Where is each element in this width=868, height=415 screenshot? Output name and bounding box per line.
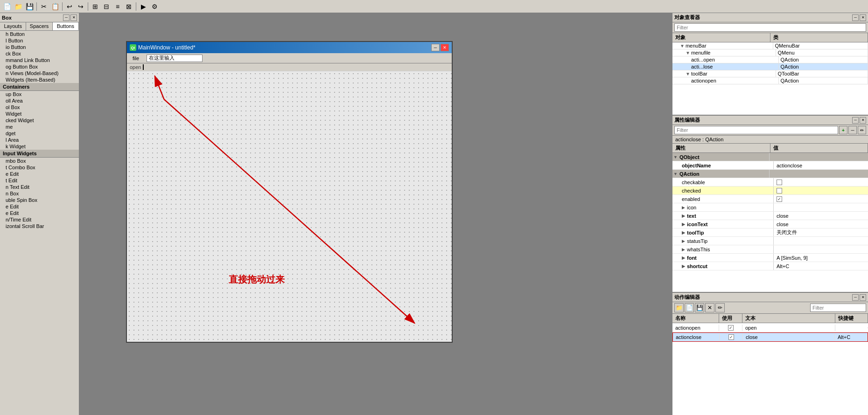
pe-close-btn[interactable]: ✕ [860,117,866,124]
prop-filter-bar: + ─ ✏ [672,125,868,136]
list-item[interactable]: cked Widget [0,117,79,124]
toolbar-settings[interactable]: ⚙ [149,1,160,12]
list-item[interactable]: me [0,124,79,130]
list-item[interactable]: izontal Scroll Bar [0,223,79,229]
ae-close-btn[interactable]: ✕ [860,294,866,301]
list-item[interactable]: n Text Edit [0,184,79,190]
panel-close-btn[interactable]: ✕ [70,14,77,21]
ae-minimize-btn[interactable]: ─ [852,294,859,301]
tree-row[interactable]: ▼menuBar QMenuBar [672,42,868,49]
action-row-close[interactable]: actionclose close Alt+C [672,332,868,342]
checkbox-checked[interactable] [777,188,782,194]
pe-minimize-btn[interactable]: ─ [852,117,859,124]
prop-row[interactable]: ▶toolTip 关闭文件 [672,228,868,237]
list-item[interactable]: k Widget [0,143,79,150]
list-item[interactable]: e Edit [0,210,79,216]
tab-layouts[interactable]: Layouts [0,22,26,30]
prop-row[interactable]: ▶iconText close [672,220,868,228]
tree-row[interactable]: actionopen QAction [672,77,868,84]
toolbar-layout2[interactable]: ⊟ [101,1,112,12]
oi-close-btn[interactable]: ✕ [860,14,866,21]
list-item[interactable]: og Button Box [0,63,79,70]
prop-row[interactable]: checkable [672,178,868,187]
checkbox-used-close[interactable] [728,334,734,340]
prop-add-btn[interactable]: + [839,126,847,134]
toolbar-save[interactable]: 💾 [24,1,35,12]
prop-row[interactable]: checked [672,187,868,195]
oi-filter-input[interactable] [674,23,866,32]
prop-filter-input[interactable] [674,126,838,134]
category-input-widgets[interactable]: Input Widgets [0,150,79,158]
toolbar-run[interactable]: ▶ [138,1,148,12]
prop-row[interactable]: ▶shortcut Alt+C [672,262,868,270]
designer-minimize-btn[interactable]: ─ [431,44,440,51]
list-item[interactable]: e Edit [0,171,79,177]
prop-row[interactable]: ▶font A [SimSun, 9] [672,254,868,262]
prop-edit-btn[interactable]: ✏ [858,126,866,134]
list-item[interactable]: oll Area [0,97,79,104]
list-item[interactable]: h Button [0,31,79,37]
panel-minimize-btn[interactable]: ─ [63,14,70,21]
oi-minimize-btn[interactable]: ─ [852,14,859,21]
object-tree: 对象 类 ▼menuBar QMenuBar ▼menufile QMenu a… [672,33,868,115]
tab-spacers[interactable]: Spacers [26,22,52,30]
list-item[interactable]: n/Time Edit [0,216,79,223]
checkbox-enabled[interactable] [777,196,782,202]
designer-close-btn[interactable]: ✕ [441,44,449,51]
toolbar-new[interactable]: 📄 [2,1,12,12]
list-item[interactable]: l Area [0,137,79,143]
list-item[interactable]: e Edit [0,203,79,210]
action-row-open[interactable]: actionopen open [672,323,868,332]
tree-row[interactable]: acti...lose QAction [672,63,868,70]
prop-row[interactable]: ▶whatsThis [672,245,868,254]
menu-search-input[interactable] [147,55,203,62]
toolbar-layout1[interactable]: ⊞ [90,1,100,12]
toolbar-redo[interactable]: ↪ [76,1,86,12]
tree-row[interactable]: acti...open QAction [672,56,868,63]
toolbar-layout3[interactable]: ≡ [112,1,123,12]
category-containers[interactable]: Containers [0,83,79,91]
checkbox-checkable[interactable] [777,180,782,185]
prop-remove-btn[interactable]: ─ [848,126,857,134]
list-item[interactable]: n Box [0,190,79,197]
list-item[interactable]: mmand Link Button [0,57,79,63]
list-item[interactable]: t Edit [0,177,79,184]
ae-save-btn[interactable]: 💾 [695,303,704,312]
toolbar-undo[interactable]: ↩ [64,1,75,12]
ae-filter-input[interactable] [810,304,866,312]
list-item[interactable]: l Button [0,37,79,44]
ae-edit-btn[interactable]: ✏ [715,303,725,312]
toolbar-cut[interactable]: ✂ [39,1,49,12]
toolbar-copy[interactable]: 📋 [50,1,60,12]
list-item[interactable]: ck Box [0,50,79,57]
designer-canvas[interactable]: 直接拖动过来 [127,71,452,342]
list-item[interactable]: mbo Box [0,158,79,164]
tree-row[interactable]: ▼menufile QMenu [672,49,868,56]
prop-row[interactable]: ▶text close [672,212,868,220]
toolbar-layout4[interactable]: ⊠ [124,1,134,12]
checkbox-used-open[interactable] [728,325,734,331]
ae-folder-btn[interactable]: 📁 [674,303,684,312]
toolbar-open[interactable]: 📁 [13,1,23,12]
designer-action-row: open [127,63,452,71]
menu-file[interactable]: file [129,55,143,62]
action-shortcut-open [835,327,868,328]
prop-row[interactable]: objectName actionclose [672,161,868,170]
list-item[interactable]: io Button [0,44,79,50]
prop-row[interactable]: ▶statusTip [672,237,868,245]
tab-buttons[interactable]: Buttons [53,22,79,30]
list-item[interactable]: Widgets (Item-Based) [0,76,79,83]
list-item[interactable]: ol Box [0,104,79,111]
ae-new-btn[interactable]: 📄 [685,303,694,312]
list-item[interactable]: t Combo Box [0,164,79,171]
list-item[interactable]: n Views (Model-Based) [0,70,79,76]
qt-logo: Qt [130,44,136,51]
list-item[interactable]: uble Spin Box [0,197,79,203]
prop-row[interactable]: enabled [672,195,868,203]
list-item[interactable]: dget [0,130,79,137]
list-item[interactable]: up Box [0,91,79,97]
ae-delete-btn[interactable]: ✕ [705,303,714,312]
tree-row[interactable]: ▼toolBar QToolBar [672,70,868,77]
list-item[interactable]: Widget [0,111,79,117]
prop-row[interactable]: ▶icon [672,203,868,212]
